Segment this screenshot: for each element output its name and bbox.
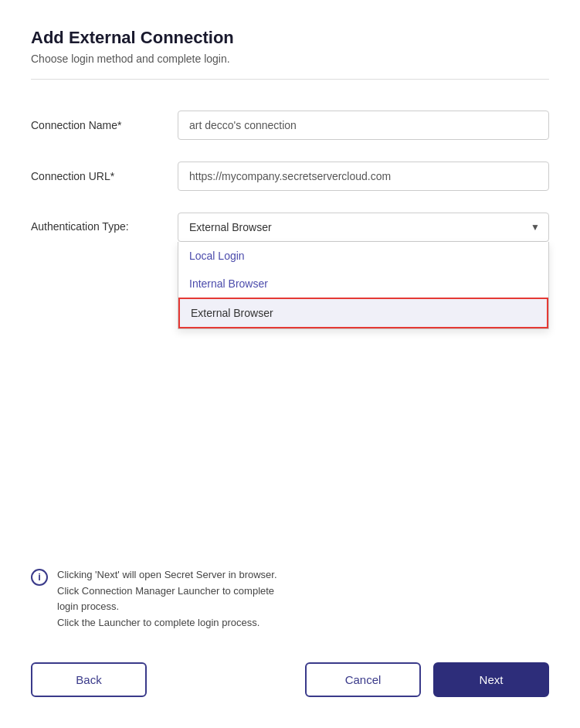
auth-type-selected-label: External Browser: [189, 221, 272, 233]
next-button[interactable]: Next: [433, 662, 549, 697]
cancel-button[interactable]: Cancel: [305, 662, 421, 697]
auth-type-dropdown: Local Login Internal Browser External Br…: [178, 242, 549, 329]
connection-name-input[interactable]: [178, 111, 549, 140]
connection-url-label: Connection URL*: [31, 170, 178, 182]
page-title: Add External Connection: [31, 28, 549, 48]
chevron-down-icon: ▼: [531, 222, 540, 233]
auth-type-group: Authentication Type: External Browser ▼ …: [31, 213, 549, 242]
dropdown-item-local-login[interactable]: Local Login: [178, 242, 548, 270]
connection-url-input[interactable]: [178, 162, 549, 191]
connection-name-group: Connection Name*: [31, 111, 549, 140]
back-button[interactable]: Back: [31, 662, 147, 697]
info-line1: Clicking 'Next' will open Secret Server …: [57, 569, 277, 580]
info-icon: i: [31, 569, 48, 586]
dropdown-item-external-browser[interactable]: External Browser: [178, 298, 548, 328]
dropdown-item-internal-browser[interactable]: Internal Browser: [178, 270, 548, 298]
auth-type-select[interactable]: External Browser ▼: [178, 213, 549, 242]
divider: [31, 79, 549, 80]
footer-buttons: Back Cancel Next: [31, 647, 549, 705]
info-section: i Clicking 'Next' will open Secret Serve…: [31, 552, 549, 647]
info-line2: Click Connection Manager Launcher to com…: [57, 585, 274, 597]
auth-type-label: Authentication Type:: [31, 213, 178, 233]
page-container: Add External Connection Choose login met…: [0, 0, 580, 728]
auth-type-select-wrapper[interactable]: External Browser ▼ Local Login Internal …: [178, 213, 549, 242]
connection-url-group: Connection URL*: [31, 162, 549, 191]
info-line3: login process.: [57, 600, 119, 612]
info-line4: Click the Launcher to complete login pro…: [57, 617, 259, 628]
page-subtitle: Choose login method and complete login.: [31, 53, 549, 65]
connection-name-label: Connection Name*: [31, 119, 178, 131]
info-text: Clicking 'Next' will open Secret Server …: [57, 567, 277, 631]
